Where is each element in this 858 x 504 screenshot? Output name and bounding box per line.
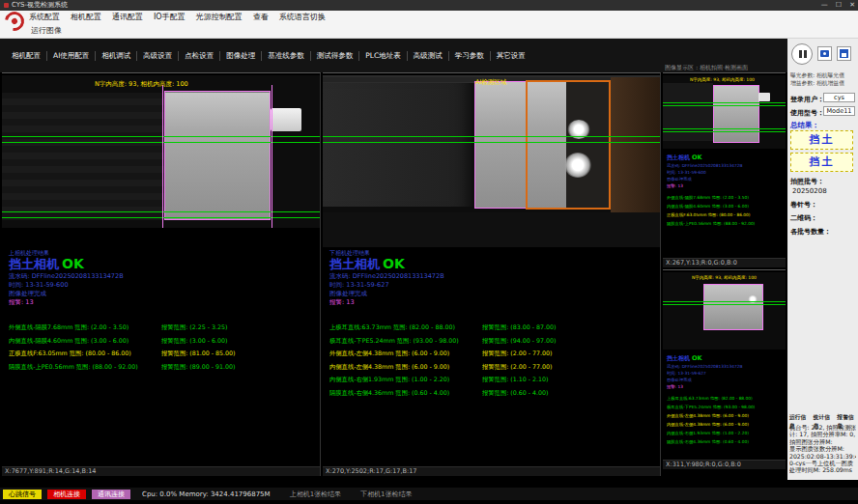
toolbar-tab[interactable]: 点检设置: [179, 51, 220, 61]
menu-item[interactable]: 系统配置: [29, 11, 60, 23]
menu-items: 系统配置相机配置通讯配置IO手配置光源控制配置查看系统语言切换: [29, 11, 326, 23]
part-inner-cavity: [566, 82, 609, 208]
measurement-value: 外侧直线-左侧4.38mm 范围: (6.00 - 9.00): [329, 347, 482, 360]
boundary-line-pink: [162, 85, 163, 228]
machine-frame: [611, 77, 660, 212]
measurement-list: 上极耳直线:63.73mm 范围: (82.00 - 88.00) 报警范围: …: [329, 321, 653, 399]
pause-button[interactable]: [791, 43, 813, 65]
measure-line-green: [663, 131, 786, 132]
menu-bar: 系统配置相机配置通讯配置IO手配置光源控制配置查看系统语言切换: [0, 11, 858, 23]
result-subtitle: 上相机处理结果: [9, 249, 314, 256]
menu-item[interactable]: 查看: [253, 11, 269, 23]
gain-info: 增益参数: 相机增益值: [790, 79, 844, 88]
toolbar-tabs: 相机配置AI使用配置相机调试高级设置点检设置图像处理基准线参数测试得参数PLC地…: [6, 51, 531, 61]
app-window: CYS-视觉检测系统 — ☐ ✕ 系统配置相机配置通讯配置IO手配置光源控制配置…: [0, 0, 858, 504]
measurement-row: 隔膜直线-上PE0.56mm 范围: (88.00 - 92.00) 报警范围:…: [9, 360, 314, 374]
menu-item[interactable]: 通讯配置: [112, 11, 143, 23]
capture-time: 时间: 13-31-59-627: [667, 370, 783, 377]
toolbar-tab[interactable]: 学习参数: [449, 51, 491, 61]
measurement-alarm-range: 报警范围: (2.00 - 77.00): [482, 347, 553, 360]
preview-caption: 图像显示区：相机拍照·检测画面: [665, 64, 786, 72]
measure-line-green: [663, 105, 786, 106]
measurement-alarm-range: 报警范围: (83.00 - 87.00): [482, 321, 557, 334]
result-ok-flag: OK: [383, 256, 405, 271]
toolbar-tab[interactable]: 图像处理: [220, 51, 262, 61]
measurement-value: 内侧直线-隔膜4.60mm 范围: (3.00 - 6.00): [9, 334, 161, 348]
toolbar-tab[interactable]: AI使用配置: [47, 51, 96, 61]
process-status: 图像处理完成: [667, 176, 783, 182]
status-bar: 心跳信号 相机连接 通讯连接 Cpu: 0.0% Memory: 3424.41…: [0, 488, 858, 500]
window-titlebar: CYS-视觉检测系统 — ☐ ✕: [0, 0, 858, 11]
toolbar-tab[interactable]: 相机调试: [96, 51, 137, 61]
login-user-label: 登录用户：: [790, 95, 824, 104]
measure-line-green: [663, 128, 786, 129]
camera-capture-button[interactable]: [817, 46, 832, 61]
toolbar-tab[interactable]: 高级测试: [408, 51, 449, 61]
measurement-value: 隔膜直线-上PE0.56mm 范围: (88.00 - 92.00): [9, 360, 161, 374]
upper-preview-panel[interactable]: N字内高度: 93, 相机内高度: 100 挡土相机OK 流水码: DFFlin…: [663, 72, 786, 267]
serial-number: 流水码: DFFline2025020813313472B: [329, 272, 653, 281]
menu-item[interactable]: IO手配置: [154, 11, 186, 23]
minimize-button[interactable]: —: [821, 0, 828, 11]
mini-measurement-list: 上极耳直线:63.73mm 范围: (82.00 - 88.00)极耳直线-下P…: [667, 394, 783, 446]
measurement-row: 隔膜直线-右侧4.36mm 范围: (0.60 - 4.00) 报警范围: (0…: [329, 386, 653, 400]
model-select[interactable]: Mode11: [823, 106, 855, 116]
lower-camera-result-text: 下相机1张检结果: [360, 490, 412, 499]
pixel-coords-readout: X:270,Y:2502;R:17,G:17,B:17: [323, 466, 660, 476]
machine-structure: [323, 83, 474, 207]
model-label: 使用型号：: [790, 108, 824, 118]
mini-measurement-list: 外侧直线-隔膜7.68mm 范围: (2.00 - 3.50)内侧直线-隔膜4.…: [667, 193, 783, 228]
maximize-button[interactable]: ☐: [836, 0, 842, 11]
pause-icon: [804, 50, 807, 58]
lower-camera-image[interactable]: AI检测区域: [323, 75, 660, 247]
toolbar-tab[interactable]: 基准线参数: [262, 51, 311, 61]
measurement-alarm-range: 报警范围: (94.00 - 97.00): [482, 334, 557, 348]
stats-line: 计: 17, 拍照分辨率M: 0,: [789, 431, 856, 437]
measurement-value: 内侧直线-右侧1.93mm 范围: (1.00 - 2.20): [329, 373, 482, 386]
measurement-row: 外侧直线-隔膜7.68mm 范围: (2.00 - 3.50) 报警范围: (2…: [9, 321, 314, 334]
result-title: 挡土相机OK: [9, 256, 314, 272]
mini-measurement-row: 极耳直线-下PE5.24mm 范围: (93.00 - 98.00): [667, 403, 783, 411]
serial-number: 流水码: DFFline2025020813313472B: [667, 162, 783, 169]
upper-camera-image[interactable]: N字内高度: 93, 相机内高度: 100: [2, 75, 320, 228]
menu-item[interactable]: 系统语言切换: [279, 11, 326, 23]
toolbar-tab[interactable]: PLC地址表: [359, 51, 407, 61]
run-image-label: 运行图像: [0, 23, 858, 39]
total-result-label: 总结果：: [790, 121, 819, 130]
toolbar-tab[interactable]: 其它设置: [491, 51, 531, 61]
save-image-button[interactable]: [837, 46, 851, 61]
measurement-row: 外侧直线-左侧4.38mm 范围: (6.00 - 9.00) 报警范围: (2…: [329, 347, 653, 360]
batch-label: 拍照批号：: [790, 177, 824, 186]
window-controls: — ☐ ✕: [821, 0, 855, 11]
detected-part-region: [164, 91, 271, 220]
lower-preview-panel[interactable]: N字内高度: 93, 相机内高度: 100 挡土相机OK 流水码: DFFlin…: [663, 269, 786, 469]
result-title: 挡土相机OK: [667, 353, 783, 363]
toolbar-tab[interactable]: 相机配置: [6, 51, 47, 61]
upper-preview-text: 挡土相机OK 流水码: DFFline2025020813313472B 时间:…: [667, 153, 783, 228]
boundary-line-pink: [272, 85, 272, 228]
stats-line: 显示图质张数分辨M:: [789, 445, 856, 452]
lower-preview-image: N字内高度: 93, 相机内高度: 100: [663, 272, 786, 350]
login-user-select[interactable]: cys: [823, 93, 855, 102]
toolbar-tab[interactable]: 高级设置: [137, 51, 179, 61]
measurement-value: 正极直线F:63.05mm 范围: (80.00 - 86.00): [9, 347, 161, 360]
pixel-coords-readout: X:7677,Y:891;R:14,G:14,B:14: [2, 466, 320, 476]
menu-item[interactable]: 光源控制配置: [196, 11, 243, 23]
comm-connection-badge: 通讯连接: [92, 490, 130, 499]
alarm-count: 报警: 13: [667, 383, 783, 390]
process-status: 图像处理完成: [329, 290, 653, 298]
highlight-reflection: [564, 153, 591, 178]
app-icon: [4, 3, 9, 8]
result-subtitle: 下相机处理结果: [329, 249, 653, 256]
measurement-value: 隔膜直线-右侧4.36mm 范围: (0.60 - 4.00): [329, 386, 482, 400]
result-ok-flag: OK: [62, 256, 84, 271]
toolbar-tab[interactable]: 测试得参数: [311, 51, 360, 61]
close-button[interactable]: ✕: [849, 0, 855, 11]
measure-line-green: [663, 304, 786, 305]
upper-preview-image: N字内高度: 93, 相机内高度: 100: [663, 75, 786, 149]
menu-item[interactable]: 相机配置: [71, 11, 101, 23]
stats-line: 处理时间M: 258.09ms: [789, 466, 856, 473]
alarm-count: 报警: 13: [667, 182, 783, 189]
stats-line: 0-cys一号上位机一图质: [789, 460, 856, 466]
lower-camera-panel: AI检测区域 下相机处理结果 挡土相机OK 流水码: DFFline202502…: [323, 72, 661, 476]
